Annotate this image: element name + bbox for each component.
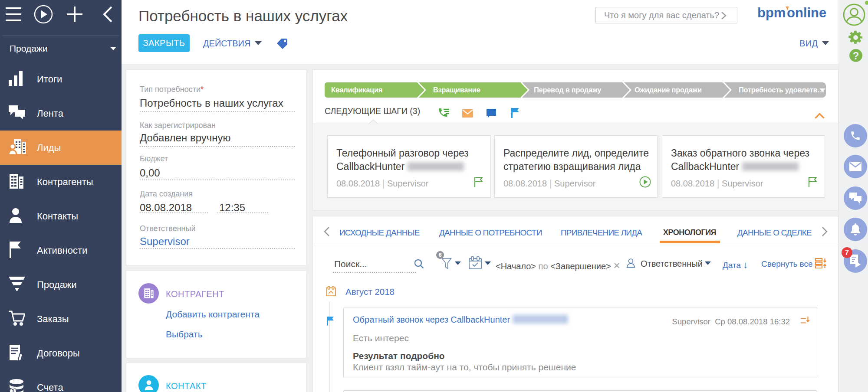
svg-text:1: 1 <box>11 388 15 392</box>
